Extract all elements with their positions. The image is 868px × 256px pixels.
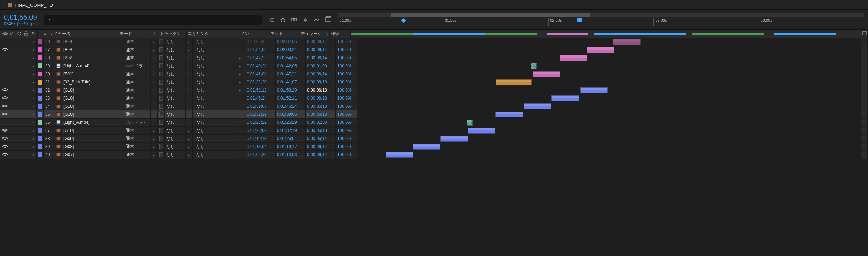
in-point[interactable]: 0;01;47;22 bbox=[245, 54, 276, 62]
layer-row[interactable]: ›39[G08]通常⌄なし⌄なし⌄0;01;13;040;01;19;170;0… bbox=[0, 143, 868, 151]
parent-value[interactable]: なし bbox=[196, 79, 205, 85]
label-color[interactable] bbox=[38, 47, 42, 52]
chevron-down-icon[interactable]: ⌄ bbox=[239, 80, 242, 84]
layer-name[interactable]: [G07] bbox=[63, 152, 123, 157]
out-point[interactable]: 0;01;47;21 bbox=[276, 70, 306, 78]
col-mode[interactable]: モード bbox=[118, 30, 144, 38]
layer-timeline[interactable] bbox=[357, 94, 868, 102]
out-point[interactable]: 0;01;32;19 bbox=[276, 127, 306, 134]
track-matte[interactable]: なし bbox=[165, 127, 186, 134]
preserve-transparency-toggle[interactable] bbox=[159, 88, 163, 93]
chevron-down-icon[interactable]: ⌄ bbox=[151, 143, 158, 150]
layer-bar[interactable] bbox=[467, 120, 473, 126]
parent-value[interactable]: なし bbox=[196, 120, 205, 126]
layer-name[interactable]: [B01] bbox=[63, 72, 123, 76]
stretch[interactable]: 100.0% bbox=[336, 110, 357, 118]
stretch[interactable]: 100.0% bbox=[336, 135, 357, 142]
label-color[interactable] bbox=[38, 80, 42, 85]
parent-value[interactable]: なし bbox=[196, 55, 205, 61]
preserve-transparency-toggle[interactable] bbox=[159, 72, 163, 76]
chevron-down-icon[interactable]: ⌄ bbox=[151, 86, 158, 94]
label-color[interactable] bbox=[38, 152, 42, 157]
blend-mode[interactable]: 通常 bbox=[124, 38, 151, 46]
layer-row[interactable]: ›40[G07]通常⌄なし⌄なし⌄0;01;06;200;01;13;030;0… bbox=[0, 151, 868, 159]
stretch[interactable]: 100.0% bbox=[336, 70, 357, 78]
close-tab-icon[interactable]: × bbox=[3, 2, 6, 7]
layer-row[interactable]: ›29[Light_A.mp4]ハードラ・⌄なし⌄なし⌄0;01;40;280;… bbox=[0, 62, 868, 70]
duration[interactable]: 0;00;06;14 bbox=[306, 54, 336, 62]
track-matte[interactable]: なし bbox=[165, 78, 186, 86]
blend-mode[interactable]: 通常 bbox=[124, 143, 151, 150]
graph-editor-icon[interactable] bbox=[313, 16, 320, 23]
stretch[interactable]: 100.0% bbox=[336, 102, 357, 110]
stretch[interactable]: 100.0% bbox=[336, 119, 357, 126]
parent-value[interactable]: なし bbox=[196, 87, 205, 93]
solo-column-icon[interactable] bbox=[16, 31, 22, 36]
label-color[interactable] bbox=[38, 104, 42, 109]
chevron-down-icon[interactable]: ⌄ bbox=[151, 70, 158, 78]
layer-name[interactable]: [Light_A.mp4] bbox=[63, 120, 123, 125]
layer-row[interactable]: ›26[B04]通常⌄なし⌄なし⌄0;02;00;220;02;07;050;0… bbox=[0, 38, 868, 46]
visibility-toggle[interactable] bbox=[2, 95, 8, 102]
layer-timeline[interactable] bbox=[357, 143, 868, 150]
chevron-down-icon[interactable]: ⌄ bbox=[186, 151, 193, 159]
visibility-toggle[interactable] bbox=[2, 103, 8, 110]
col-trackmatte[interactable]: トラックマット bbox=[158, 30, 179, 38]
layer-row[interactable]: ›30[B01]通常⌄なし⌄なし⌄0;01;41;080;01;47;210;0… bbox=[0, 70, 868, 78]
chevron-down-icon[interactable]: ⌄ bbox=[186, 78, 193, 86]
twirl-icon[interactable]: › bbox=[32, 145, 35, 149]
col-layername[interactable]: レイヤー名 bbox=[48, 30, 118, 38]
audio-column-icon[interactable] bbox=[9, 31, 15, 36]
parent-value[interactable]: なし bbox=[196, 47, 205, 53]
shy-toggle-icon[interactable] bbox=[269, 16, 275, 23]
label-color[interactable] bbox=[38, 72, 42, 76]
chevron-down-icon[interactable]: ⌄ bbox=[239, 96, 242, 100]
label-color[interactable] bbox=[38, 144, 42, 149]
chevron-down-icon[interactable]: ⌄ bbox=[239, 113, 242, 116]
chevron-down-icon[interactable]: ⌄ bbox=[151, 110, 158, 118]
chevron-down-icon[interactable]: ⌄ bbox=[239, 129, 242, 132]
chevron-down-icon[interactable]: ⌄ bbox=[186, 143, 193, 150]
layer-timeline[interactable] bbox=[357, 102, 868, 110]
twirl-icon[interactable]: › bbox=[32, 105, 35, 108]
visibility-toggle[interactable] bbox=[2, 151, 8, 159]
layer-timeline[interactable] bbox=[357, 151, 868, 159]
tab-title[interactable]: FINAL_COMP_HD bbox=[15, 2, 53, 8]
layer-bar[interactable] bbox=[533, 71, 561, 77]
track-matte[interactable]: なし bbox=[165, 62, 186, 70]
draft3d-icon[interactable] bbox=[325, 16, 331, 23]
layer-timeline[interactable] bbox=[357, 78, 868, 86]
chevron-down-icon[interactable]: ⌄ bbox=[186, 119, 193, 126]
chevron-down-icon[interactable]: ⌄ bbox=[151, 119, 158, 126]
chevron-down-icon[interactable]: ⌄ bbox=[186, 135, 193, 142]
parent-value[interactable]: なし bbox=[196, 71, 205, 77]
layer-bar[interactable] bbox=[496, 79, 532, 85]
layer-row[interactable]: ›32[G10]通常⌄なし⌄なし⌄0;01;52;120;01;58;290;0… bbox=[0, 86, 868, 94]
chevron-down-icon[interactable]: ⌄ bbox=[151, 94, 158, 102]
layer-timeline[interactable] bbox=[357, 62, 868, 70]
chevron-down-icon[interactable]: ⌄ bbox=[151, 62, 158, 70]
chevron-down-icon[interactable]: ⌄ bbox=[239, 88, 242, 92]
track-matte[interactable]: なし bbox=[165, 135, 186, 142]
parent-value[interactable]: なし bbox=[196, 63, 205, 69]
twirl-icon[interactable]: › bbox=[32, 121, 35, 124]
chevron-down-icon[interactable]: ▾ bbox=[49, 18, 51, 21]
layer-name[interactable]: [G10] bbox=[63, 104, 123, 109]
layer-name[interactable]: [G09] bbox=[63, 136, 123, 141]
layer-name[interactable]: [B04] bbox=[63, 39, 123, 44]
layer-name[interactable]: [G08] bbox=[63, 144, 123, 149]
video-column-icon[interactable] bbox=[2, 31, 8, 36]
out-point[interactable]: 0;01;58;29 bbox=[276, 86, 306, 94]
track-matte[interactable]: なし bbox=[165, 70, 186, 78]
layer-name[interactable]: [G10] bbox=[63, 112, 123, 117]
stretch[interactable]: 100.0% bbox=[336, 94, 357, 102]
chevron-down-icon[interactable]: ⌄ bbox=[186, 70, 193, 78]
preserve-transparency-toggle[interactable] bbox=[159, 63, 163, 68]
visibility-toggle[interactable] bbox=[2, 87, 8, 94]
layer-row[interactable]: ›31[03_BrideTitle]通常⌄なし⌄なし⌄0;01;32;200;0… bbox=[0, 78, 868, 86]
out-point[interactable]: 0;01;19;17 bbox=[276, 143, 306, 150]
layer-name[interactable]: [G10] bbox=[63, 128, 123, 133]
track-matte[interactable]: なし bbox=[165, 102, 186, 110]
in-point[interactable]: 0;01;26;02 bbox=[245, 127, 276, 134]
chevron-down-icon[interactable]: ⌄ bbox=[151, 135, 158, 142]
